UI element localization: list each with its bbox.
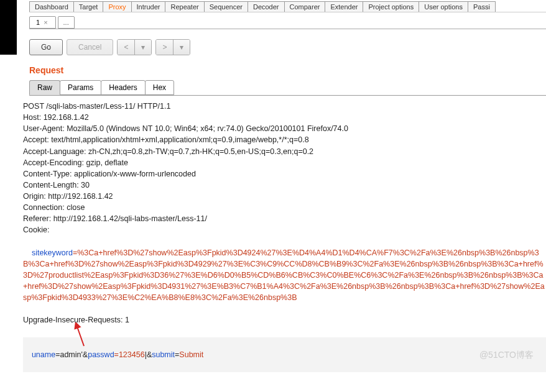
cookie-value: =%3Ca+href%3D%27show%2Easp%3Fpkid%3D4924… (23, 248, 545, 303)
history-fwd-button[interactable]: > (156, 40, 173, 55)
repeater-tab-1[interactable]: 1 × (29, 16, 56, 29)
tab-comparer[interactable]: Comparer (284, 1, 326, 12)
req-tab-raw[interactable]: Raw (29, 80, 60, 95)
cancel-button: Cancel (67, 39, 113, 55)
raw-request-editor[interactable]: POST /sqli-labs-master/Less-11/ HTTP/1.1… (23, 98, 546, 372)
tab-project-options[interactable]: Project options (363, 1, 419, 12)
body-text: =admin'& (55, 350, 88, 359)
tab-passive[interactable]: Passi (468, 1, 496, 12)
raw-line: Connection: close (23, 202, 546, 213)
req-tab-hex[interactable]: Hex (145, 80, 174, 95)
repeater-tab-more[interactable]: ... (58, 16, 75, 29)
tab-target[interactable]: Target (73, 1, 104, 12)
raw-blank-line (23, 326, 546, 337)
top-tabs: Dashboard Target Proxy Intruder Repeater… (29, 0, 546, 12)
tab-decoder[interactable]: Decoder (248, 1, 285, 12)
tab-repeater[interactable]: Repeater (165, 1, 204, 12)
history-fwd-dropdown[interactable]: ▾ (173, 40, 190, 55)
raw-line: POST /sqli-labs-master/Less-11/ HTTP/1.1 (23, 101, 546, 112)
history-back-button[interactable]: < (118, 40, 134, 55)
svg-line-0 (76, 325, 84, 346)
body-param-value: =123456 (114, 350, 145, 359)
cookie-key: sitekeyword (32, 248, 73, 257)
raw-line: Upgrade-Insecure-Requests: 1 (23, 314, 546, 326)
tab-sequencer[interactable]: Sequencer (204, 1, 248, 12)
action-row: Go Cancel < ▾ > ▾ (29, 39, 546, 55)
history-back-dropdown[interactable]: ▾ (134, 40, 151, 55)
history-back-group: < ▾ (117, 39, 152, 55)
request-tabs: Raw Params Headers Hex (29, 80, 546, 96)
body-param-key: submit (152, 350, 175, 359)
annotation-arrow-icon (72, 322, 90, 347)
body-param-key: uname (32, 350, 55, 359)
req-tab-headers[interactable]: Headers (101, 80, 145, 95)
repeater-tab-label: 1 (36, 19, 40, 26)
raw-line: User-Agent: Mozilla/5.0 (Windows NT 10.0… (23, 123, 546, 134)
raw-line: Accept: text/html,application/xhtml+xml,… (23, 134, 546, 145)
tab-proxy[interactable]: Proxy (103, 1, 131, 12)
raw-line: Origin: http://192.168.1.42 (23, 191, 546, 202)
raw-line: Host: 192.168.1.42 (23, 112, 546, 123)
req-tab-params[interactable]: Params (60, 80, 101, 95)
raw-line: Content-Length: 30 (23, 180, 546, 191)
raw-line: Content-Type: application/x-www-form-url… (23, 168, 546, 180)
watermark: @51CTO博客 (479, 350, 534, 361)
tab-user-options[interactable]: User options (419, 1, 468, 12)
raw-body-line: uname=admin'&passwd=123456|&submit=Submi… (23, 337, 546, 372)
request-heading: Request (29, 65, 546, 75)
raw-cookie-line: sitekeyword=%3Ca+href%3D%27show%2Easp%3F… (23, 236, 546, 315)
tab-dashboard[interactable]: Dashboard (29, 1, 74, 12)
raw-line: Cookie: (23, 224, 546, 235)
go-button[interactable]: Go (29, 39, 63, 55)
history-fwd-group: > ▾ (155, 39, 190, 55)
repeater-tab-bar: 1 × ... (29, 16, 546, 29)
body-param-key: passwd (88, 350, 114, 359)
body-param-value: Submit (179, 350, 203, 359)
body-text: & (147, 350, 152, 359)
tab-intruder[interactable]: Intruder (131, 1, 166, 12)
tab-extender[interactable]: Extender (325, 1, 363, 12)
close-icon[interactable]: × (44, 19, 47, 26)
raw-line: Accept-Language: zh-CN,zh;q=0.8,zh-TW;q=… (23, 146, 546, 157)
raw-line: Accept-Encoding: gzip, deflate (23, 157, 546, 168)
left-black-strip (0, 0, 17, 55)
raw-line: Referer: http://192.168.1.42/sqli-labs-m… (23, 213, 546, 224)
